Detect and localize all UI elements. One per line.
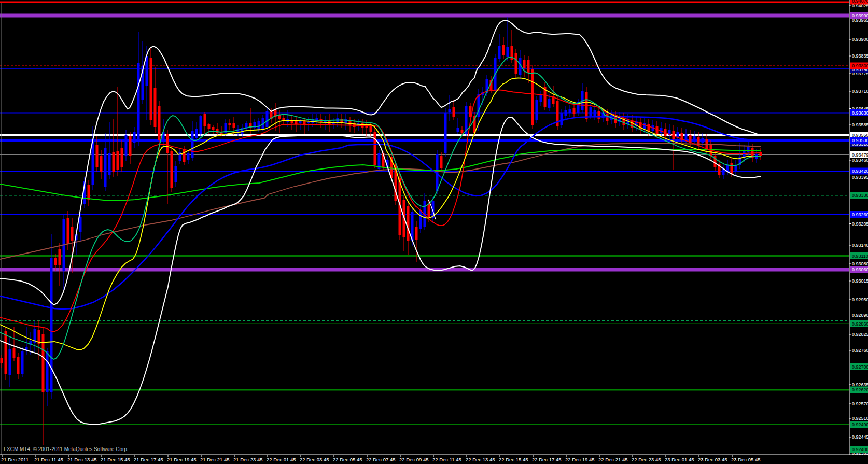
svg-text:0.93395: 0.93395 [852,175,868,180]
svg-text:0.93630: 0.93630 [852,110,868,116]
svg-text:0.92890: 0.92890 [852,313,868,318]
svg-text:21 Dec 21:45: 21 Dec 21:45 [200,457,230,462]
svg-text:0.92490: 0.92490 [852,422,868,427]
svg-text:23 Dec 05:45: 23 Dec 05:45 [731,457,761,462]
svg-text:22 Dec 17:45: 22 Dec 17:45 [532,457,562,462]
svg-text:22 Dec 13:45: 22 Dec 13:45 [466,457,495,462]
svg-text:0.93585: 0.93585 [852,122,868,128]
svg-text:0.93015: 0.93015 [852,278,868,284]
svg-text:0.93900: 0.93900 [852,37,868,42]
svg-text:0.93205: 0.93205 [852,221,868,227]
svg-text:0.94070: 0.94070 [852,0,868,4]
svg-text:0.93260: 0.93260 [852,212,868,217]
svg-text:0.93835: 0.93835 [852,53,868,59]
svg-text:FXCM MT4, © 2001-2011 MetaQuot: FXCM MT4, © 2001-2011 MetaQuotes Softwar… [4,446,129,452]
svg-text:22 Dec 11:45: 22 Dec 11:45 [432,457,461,462]
svg-text:0.92700: 0.92700 [852,364,868,370]
svg-text:0.93110: 0.93110 [852,254,868,259]
svg-text:0.92510: 0.92510 [852,416,868,421]
svg-text:22 Dec 03:45: 22 Dec 03:45 [300,457,329,462]
svg-text:21 Dec 11:45: 21 Dec 11:45 [34,457,63,462]
svg-text:22 Dec 01:45: 22 Dec 01:45 [267,457,296,462]
svg-text:0.93800: 0.93800 [852,63,868,68]
svg-text:0.93710: 0.93710 [852,89,868,94]
svg-text:0.92400: 0.92400 [852,447,868,452]
svg-text:0.93990: 0.93990 [852,13,868,18]
svg-text:0.93530: 0.93530 [852,138,868,143]
svg-text:0.93330: 0.93330 [852,193,868,198]
svg-text:0.93479: 0.93479 [852,152,868,158]
svg-text:0.93060: 0.93060 [852,267,868,272]
svg-text:21 Dec 13:45: 21 Dec 13:45 [67,457,97,462]
svg-text:23 Dec 01:45: 23 Dec 01:45 [665,457,694,462]
svg-text:23 Dec 03:45: 23 Dec 03:45 [698,457,727,462]
svg-text:0.92825: 0.92825 [852,332,868,337]
svg-text:0.93080: 0.93080 [852,261,868,266]
svg-text:0.93460: 0.93460 [852,158,868,163]
svg-text:22 Dec 15:45: 22 Dec 15:45 [499,457,528,462]
svg-text:22 Dec 23:45: 22 Dec 23:45 [632,457,661,462]
svg-text:0.92950: 0.92950 [852,297,868,302]
svg-text:0.92445: 0.92445 [852,434,868,440]
svg-text:22 Dec 07:45: 22 Dec 07:45 [366,457,396,462]
svg-text:22 Dec 09:45: 22 Dec 09:45 [399,457,429,462]
svg-text:22 Dec 21:45: 22 Dec 21:45 [598,457,628,462]
svg-text:0.92620: 0.92620 [852,387,868,392]
svg-text:22 Dec 19:45: 22 Dec 19:45 [565,457,595,462]
svg-text:0.92760: 0.92760 [852,348,868,353]
svg-text:0.93420: 0.93420 [852,168,868,174]
svg-text:0.93140: 0.93140 [852,243,868,248]
svg-text:22 Dec 05:45: 22 Dec 05:45 [333,457,362,462]
svg-text:21 Dec 15:45: 21 Dec 15:45 [101,457,130,462]
svg-text:21 Dec 17:45: 21 Dec 17:45 [134,457,163,462]
svg-text:21 Dec 2011: 21 Dec 2011 [1,457,29,462]
svg-text:21 Dec 23:45: 21 Dec 23:45 [233,457,263,462]
svg-text:0.92570: 0.92570 [852,401,868,406]
svg-text:0.92860: 0.92860 [852,321,868,327]
svg-text:21 Dec 19:45: 21 Dec 19:45 [167,457,197,462]
